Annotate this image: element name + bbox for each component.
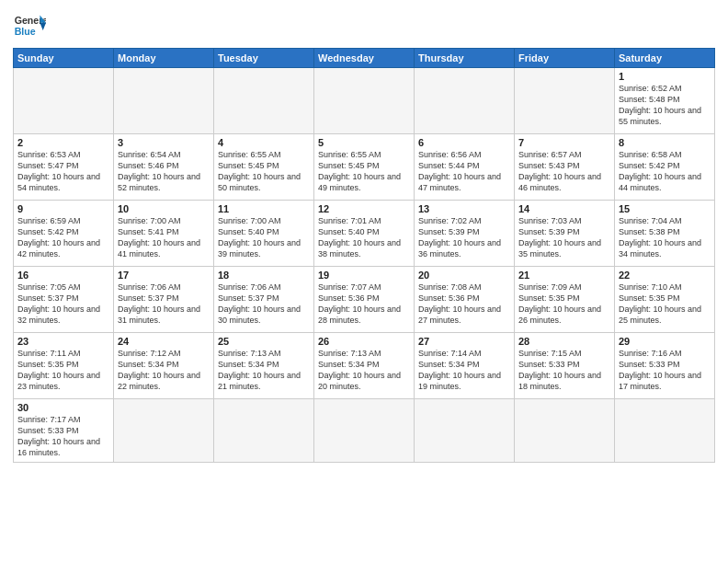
day-cell xyxy=(314,68,415,134)
header-day-sunday: Sunday xyxy=(14,49,114,68)
header-day-tuesday: Tuesday xyxy=(214,49,314,68)
day-cell: 2Sunrise: 6:53 AM Sunset: 5:47 PM Daylig… xyxy=(14,134,114,201)
week-row-1: 2Sunrise: 6:53 AM Sunset: 5:47 PM Daylig… xyxy=(14,134,715,201)
day-cell: 12Sunrise: 7:01 AM Sunset: 5:40 PM Dayli… xyxy=(314,201,415,267)
day-info: Sunrise: 7:05 AM Sunset: 5:37 PM Dayligh… xyxy=(17,282,109,327)
week-row-5: 30Sunrise: 7:17 AM Sunset: 5:33 PM Dayli… xyxy=(14,399,715,463)
day-info: Sunrise: 7:03 AM Sunset: 5:39 PM Dayligh… xyxy=(518,215,610,260)
day-cell: 6Sunrise: 6:56 AM Sunset: 5:44 PM Daylig… xyxy=(415,134,515,201)
day-number: 6 xyxy=(418,137,510,148)
day-cell xyxy=(615,399,715,463)
day-cell: 17Sunrise: 7:06 AM Sunset: 5:37 PM Dayli… xyxy=(114,267,214,333)
logo: General Blue xyxy=(13,9,46,42)
day-info: Sunrise: 6:53 AM Sunset: 5:47 PM Dayligh… xyxy=(17,149,109,194)
day-number: 30 xyxy=(17,402,109,413)
week-row-3: 16Sunrise: 7:05 AM Sunset: 5:37 PM Dayli… xyxy=(14,267,715,333)
svg-marker-3 xyxy=(40,23,46,30)
day-cell xyxy=(314,399,415,463)
header-day-saturday: Saturday xyxy=(615,49,715,68)
header-day-wednesday: Wednesday xyxy=(314,49,415,68)
day-info: Sunrise: 6:54 AM Sunset: 5:46 PM Dayligh… xyxy=(118,149,210,194)
day-number: 7 xyxy=(518,137,610,148)
day-cell xyxy=(415,68,515,134)
day-cell: 7Sunrise: 6:57 AM Sunset: 5:43 PM Daylig… xyxy=(515,134,615,201)
day-cell: 14Sunrise: 7:03 AM Sunset: 5:39 PM Dayli… xyxy=(515,201,615,267)
day-cell xyxy=(114,399,214,463)
day-info: Sunrise: 7:17 AM Sunset: 5:33 PM Dayligh… xyxy=(17,414,109,459)
day-number: 25 xyxy=(218,336,310,347)
day-info: Sunrise: 6:58 AM Sunset: 5:42 PM Dayligh… xyxy=(619,149,711,194)
day-cell: 3Sunrise: 6:54 AM Sunset: 5:46 PM Daylig… xyxy=(114,134,214,201)
day-info: Sunrise: 7:16 AM Sunset: 5:33 PM Dayligh… xyxy=(619,348,711,393)
day-number: 22 xyxy=(619,270,711,281)
day-cell: 5Sunrise: 6:55 AM Sunset: 5:45 PM Daylig… xyxy=(314,134,415,201)
day-cell: 15Sunrise: 7:04 AM Sunset: 5:38 PM Dayli… xyxy=(615,201,715,267)
day-cell: 11Sunrise: 7:00 AM Sunset: 5:40 PM Dayli… xyxy=(214,201,314,267)
day-cell xyxy=(515,68,615,134)
day-cell xyxy=(14,68,114,134)
day-number: 23 xyxy=(17,336,109,347)
day-cell: 30Sunrise: 7:17 AM Sunset: 5:33 PM Dayli… xyxy=(14,399,114,463)
day-cell: 21Sunrise: 7:09 AM Sunset: 5:35 PM Dayli… xyxy=(515,267,615,333)
day-info: Sunrise: 7:15 AM Sunset: 5:33 PM Dayligh… xyxy=(518,348,610,393)
day-cell: 13Sunrise: 7:02 AM Sunset: 5:39 PM Dayli… xyxy=(415,201,515,267)
day-number: 16 xyxy=(17,270,109,281)
header: General Blue xyxy=(13,9,715,42)
day-number: 10 xyxy=(118,203,210,214)
day-number: 27 xyxy=(418,336,510,347)
day-number: 12 xyxy=(318,203,410,214)
day-number: 11 xyxy=(218,203,310,214)
day-info: Sunrise: 7:06 AM Sunset: 5:37 PM Dayligh… xyxy=(118,282,210,327)
header-day-monday: Monday xyxy=(114,49,214,68)
week-row-0: 1Sunrise: 6:52 AM Sunset: 5:48 PM Daylig… xyxy=(14,68,715,134)
day-cell: 26Sunrise: 7:13 AM Sunset: 5:34 PM Dayli… xyxy=(314,333,415,399)
day-cell: 18Sunrise: 7:06 AM Sunset: 5:37 PM Dayli… xyxy=(214,267,314,333)
day-number: 29 xyxy=(619,336,711,347)
day-cell xyxy=(415,399,515,463)
day-cell xyxy=(214,399,314,463)
header-row: SundayMondayTuesdayWednesdayThursdayFrid… xyxy=(14,49,715,68)
day-cell: 22Sunrise: 7:10 AM Sunset: 5:35 PM Dayli… xyxy=(615,267,715,333)
day-cell: 4Sunrise: 6:55 AM Sunset: 5:45 PM Daylig… xyxy=(214,134,314,201)
day-number: 14 xyxy=(518,203,610,214)
day-info: Sunrise: 6:56 AM Sunset: 5:44 PM Dayligh… xyxy=(418,149,510,194)
day-number: 19 xyxy=(318,270,410,281)
day-info: Sunrise: 7:07 AM Sunset: 5:36 PM Dayligh… xyxy=(318,282,410,327)
logo-icon: General Blue xyxy=(13,9,46,42)
day-cell xyxy=(214,68,314,134)
day-cell: 25Sunrise: 7:13 AM Sunset: 5:34 PM Dayli… xyxy=(214,333,314,399)
day-cell xyxy=(114,68,214,134)
day-number: 18 xyxy=(218,270,310,281)
day-number: 21 xyxy=(518,270,610,281)
day-number: 4 xyxy=(218,137,310,148)
day-cell: 9Sunrise: 6:59 AM Sunset: 5:42 PM Daylig… xyxy=(14,201,114,267)
day-info: Sunrise: 7:00 AM Sunset: 5:41 PM Dayligh… xyxy=(118,215,210,260)
day-number: 20 xyxy=(418,270,510,281)
day-cell: 1Sunrise: 6:52 AM Sunset: 5:48 PM Daylig… xyxy=(615,68,715,134)
day-info: Sunrise: 7:04 AM Sunset: 5:38 PM Dayligh… xyxy=(619,215,711,260)
day-info: Sunrise: 7:13 AM Sunset: 5:34 PM Dayligh… xyxy=(318,348,410,393)
day-cell: 24Sunrise: 7:12 AM Sunset: 5:34 PM Dayli… xyxy=(114,333,214,399)
day-info: Sunrise: 7:08 AM Sunset: 5:36 PM Dayligh… xyxy=(418,282,510,327)
day-info: Sunrise: 7:13 AM Sunset: 5:34 PM Dayligh… xyxy=(218,348,310,393)
day-cell: 10Sunrise: 7:00 AM Sunset: 5:41 PM Dayli… xyxy=(114,201,214,267)
day-info: Sunrise: 6:52 AM Sunset: 5:48 PM Dayligh… xyxy=(619,83,711,128)
day-cell xyxy=(515,399,615,463)
day-number: 24 xyxy=(118,336,210,347)
day-cell: 29Sunrise: 7:16 AM Sunset: 5:33 PM Dayli… xyxy=(615,333,715,399)
day-cell: 19Sunrise: 7:07 AM Sunset: 5:36 PM Dayli… xyxy=(314,267,415,333)
day-cell: 8Sunrise: 6:58 AM Sunset: 5:42 PM Daylig… xyxy=(615,134,715,201)
day-cell: 27Sunrise: 7:14 AM Sunset: 5:34 PM Dayli… xyxy=(415,333,515,399)
day-info: Sunrise: 7:14 AM Sunset: 5:34 PM Dayligh… xyxy=(418,348,510,393)
header-day-friday: Friday xyxy=(515,49,615,68)
day-cell: 28Sunrise: 7:15 AM Sunset: 5:33 PM Dayli… xyxy=(515,333,615,399)
day-cell: 23Sunrise: 7:11 AM Sunset: 5:35 PM Dayli… xyxy=(14,333,114,399)
day-info: Sunrise: 6:57 AM Sunset: 5:43 PM Dayligh… xyxy=(518,149,610,194)
week-row-4: 23Sunrise: 7:11 AM Sunset: 5:35 PM Dayli… xyxy=(14,333,715,399)
day-number: 26 xyxy=(318,336,410,347)
day-info: Sunrise: 6:59 AM Sunset: 5:42 PM Dayligh… xyxy=(17,215,109,260)
day-info: Sunrise: 7:09 AM Sunset: 5:35 PM Dayligh… xyxy=(518,282,610,327)
day-info: Sunrise: 7:10 AM Sunset: 5:35 PM Dayligh… xyxy=(619,282,711,327)
day-number: 9 xyxy=(17,203,109,214)
day-cell: 16Sunrise: 7:05 AM Sunset: 5:37 PM Dayli… xyxy=(14,267,114,333)
